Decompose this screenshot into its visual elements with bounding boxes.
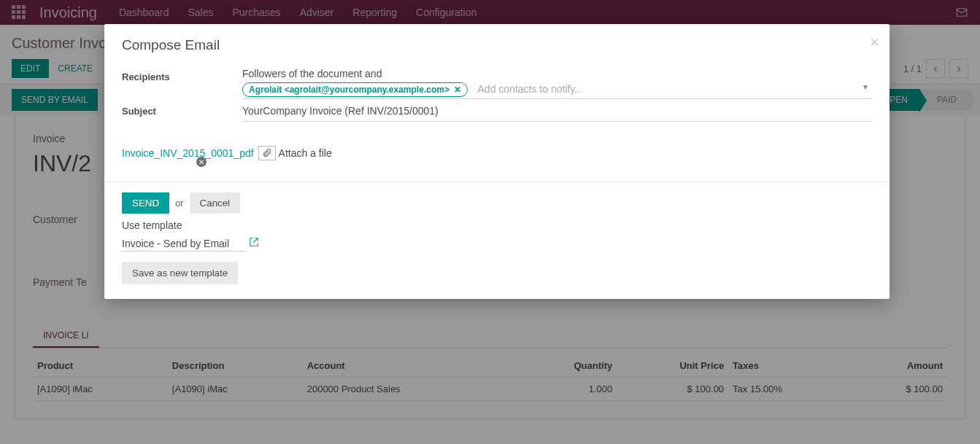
dropdown-icon[interactable]: ▼ — [862, 83, 869, 91]
use-template-label: Use template — [122, 219, 872, 231]
recipients-field[interactable]: Followers of the document and Agrolait <… — [242, 68, 872, 99]
recipient-tag-label: Agrolait <agrolait@yourcompany.example.c… — [249, 85, 450, 95]
save-template-button[interactable]: Save as new template — [122, 262, 238, 284]
recipient-tag: Agrolait <agrolait@yourcompany.example.c… — [242, 82, 468, 97]
modal-footer: SEND or Cancel Use template Invoice - Se… — [104, 182, 890, 299]
or-text: or — [175, 198, 184, 209]
close-icon[interactable]: × — [870, 34, 879, 50]
compose-email-modal: × Compose Email Recipients Followers of … — [104, 24, 890, 299]
attachment-link[interactable]: Invoice_INV_2015_0001_pdf — [122, 147, 254, 159]
modal-title: Compose Email — [122, 37, 872, 53]
send-button[interactable]: SEND — [122, 192, 169, 214]
external-link-icon[interactable] — [249, 237, 259, 249]
cancel-button[interactable]: Cancel — [190, 192, 241, 214]
subject-input[interactable] — [242, 102, 872, 120]
attach-file-label[interactable]: Attach a file — [279, 147, 332, 159]
attachments-area: Invoice_INV_2015_0001_pdf Attach a file … — [122, 142, 872, 164]
attach-icon[interactable] — [258, 146, 276, 160]
add-contacts-placeholder[interactable]: Add contacts to notify... — [475, 80, 583, 95]
template-select[interactable]: Invoice - Send by Email — [122, 236, 246, 252]
delete-attachment-icon[interactable]: ✕ — [196, 157, 207, 167]
followers-text: Followers of the document and — [242, 68, 872, 79]
recipients-label: Recipients — [122, 68, 242, 82]
subject-label: Subject — [122, 102, 242, 117]
remove-recipient-icon[interactable]: ✕ — [454, 85, 461, 95]
